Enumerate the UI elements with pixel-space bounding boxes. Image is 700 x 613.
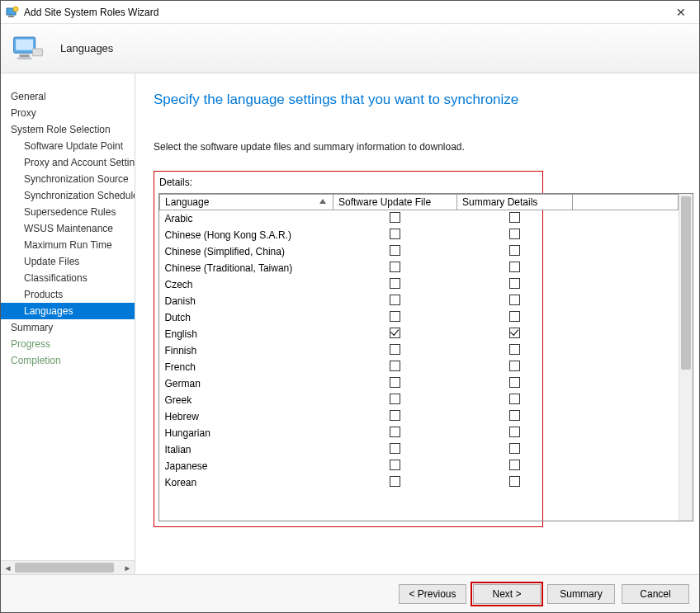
summary-details-checkbox[interactable] [509,295,520,305]
nav-item-wsus-maintenance[interactable]: WSUS Maintenance [1,220,135,237]
software-update-file-checkbox[interactable] [390,278,400,289]
software-update-file-checkbox[interactable] [390,229,400,239]
summary-details-checkbox[interactable] [509,460,520,470]
software-update-file-checkbox[interactable] [390,262,400,272]
language-cell: Finnish [160,342,333,359]
summary-details-checkbox[interactable] [509,245,520,256]
spacer-cell [573,375,679,392]
software-update-file-checkbox[interactable] [390,394,400,404]
cancel-button[interactable]: Cancel [622,584,689,604]
nav-item-languages[interactable]: Languages [1,303,135,319]
nav-item-software-update-point[interactable]: Software Update Point [1,138,135,154]
summary-details-checkbox[interactable] [509,328,520,338]
next-button[interactable]: Next > [473,584,541,604]
spacer-cell [573,425,679,441]
software-update-file-cell [333,227,457,243]
table-row[interactable]: Hungarian [160,425,679,441]
nav-item-products[interactable]: Products [1,286,135,303]
summary-details-cell [457,474,573,491]
software-update-file-checkbox[interactable] [390,212,400,223]
scroll-left-button[interactable]: ◄ [1,561,15,574]
nav-item-synchronization-schedule[interactable]: Synchronization Schedule [1,187,135,204]
nav-item-supersedence-rules[interactable]: Supersedence Rules [1,204,135,220]
software-update-file-cell [333,425,457,441]
software-update-file-checkbox[interactable] [390,311,400,322]
table-row[interactable]: Czech [160,276,679,293]
summary-details-checkbox[interactable] [509,443,520,454]
summary-details-checkbox[interactable] [509,394,520,404]
software-update-file-checkbox[interactable] [390,377,400,388]
column-header-software-update-file[interactable]: Software Update File [333,195,457,210]
summary-details-checkbox[interactable] [509,344,520,355]
column-header-summary-label: Summary Details [462,196,537,208]
table-row[interactable]: English [160,326,679,342]
column-header-language[interactable]: Language [160,195,333,210]
previous-button[interactable]: < Previous [399,584,466,604]
summary-details-cell [457,309,573,326]
summary-details-checkbox[interactable] [509,311,520,322]
software-update-file-checkbox[interactable] [390,460,400,470]
nav-item-system-role-selection[interactable]: System Role Selection [1,121,135,138]
nav-item-maximum-run-time[interactable]: Maximum Run Time [1,237,135,253]
nav-item-summary[interactable]: Summary [1,319,135,336]
summary-details-checkbox[interactable] [509,410,520,421]
summary-details-checkbox[interactable] [509,278,520,289]
table-row[interactable]: Chinese (Simplified, China) [160,243,679,260]
svg-rect-6 [17,57,32,59]
sort-ascending-icon [319,199,326,204]
software-update-file-checkbox[interactable] [390,476,400,487]
software-update-file-checkbox[interactable] [390,328,400,338]
summary-details-checkbox[interactable] [509,427,520,437]
table-row[interactable]: Danish [160,293,679,309]
table-row[interactable]: Greek [160,392,679,408]
svg-point-2 [13,7,18,12]
table-row[interactable]: Italian [160,441,679,458]
scroll-right-button[interactable]: ► [121,561,135,574]
nav-item-synchronization-source[interactable]: Synchronization Source [1,171,135,187]
summary-details-checkbox[interactable] [509,262,520,272]
scroll-thumb[interactable] [681,196,691,370]
software-update-file-checkbox[interactable] [390,344,400,355]
software-update-file-checkbox[interactable] [390,410,400,421]
language-cell: Hungarian [160,425,333,441]
table-row[interactable]: Chinese (Hong Kong S.A.R.) [160,227,679,243]
column-header-suf-label: Software Update File [338,196,431,208]
nav-item-proxy-and-account-settings[interactable]: Proxy and Account Settings [1,154,135,171]
table-row[interactable]: Hebrew [160,408,679,425]
software-update-file-cell [333,458,457,474]
column-header-spacer [573,195,679,210]
nav-item-general[interactable]: General [1,88,135,105]
table-row[interactable]: Japanese [160,458,679,474]
table-row[interactable]: Korean [160,474,679,491]
summary-details-checkbox[interactable] [509,476,520,487]
summary-details-checkbox[interactable] [509,361,520,371]
window-title: Add Site System Roles Wizard [24,7,668,18]
table-row[interactable]: Dutch [160,309,679,326]
scroll-thumb[interactable] [15,563,114,573]
grid-vertical-scrollbar[interactable] [679,194,693,521]
summary-details-checkbox[interactable] [509,229,520,239]
summary-details-cell [457,276,573,293]
close-button[interactable]: ✕ [668,4,694,21]
table-row[interactable]: Chinese (Traditional, Taiwan) [160,260,679,276]
language-cell: Greek [160,392,333,408]
software-update-file-checkbox[interactable] [390,443,400,454]
summary-details-checkbox[interactable] [509,377,520,388]
nav-item-update-files[interactable]: Update Files [1,253,135,270]
sidebar-horizontal-scrollbar[interactable]: ◄ ► [1,560,135,574]
table-row[interactable]: Arabic [160,210,679,228]
software-update-file-checkbox[interactable] [390,427,400,437]
table-row[interactable]: French [160,359,679,375]
nav-item-classifications[interactable]: Classifications [1,270,135,286]
software-update-file-checkbox[interactable] [390,245,400,256]
summary-button[interactable]: Summary [547,584,615,604]
table-row[interactable]: Finnish [160,342,679,359]
software-update-file-checkbox[interactable] [390,295,400,305]
nav-item-proxy[interactable]: Proxy [1,105,135,121]
summary-details-checkbox[interactable] [509,212,520,223]
software-update-file-cell [333,408,457,425]
column-header-summary-details[interactable]: Summary Details [457,195,573,210]
software-update-file-checkbox[interactable] [390,361,400,371]
table-row[interactable]: German [160,375,679,392]
spacer-cell [573,210,679,228]
